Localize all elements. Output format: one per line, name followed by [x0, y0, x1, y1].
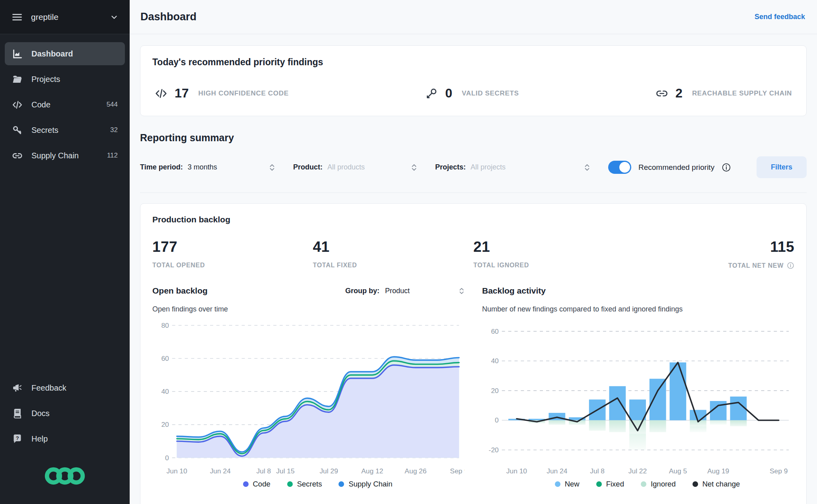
svg-text:Jul 22: Jul 22: [628, 467, 647, 475]
page-title: Dashboard: [140, 11, 196, 23]
svg-text:60: 60: [491, 327, 498, 335]
legend-item-secrets: Secrets: [287, 480, 322, 488]
info-icon[interactable]: [787, 262, 794, 269]
sidebar-footer-nav: Feedback Docs ? Help: [0, 376, 130, 450]
key-icon: [12, 125, 23, 136]
svg-text:Jul 29: Jul 29: [319, 467, 338, 475]
legend-item-supply-chain: Supply Chain: [338, 480, 392, 488]
info-icon[interactable]: [722, 163, 731, 172]
chevron-down-icon[interactable]: [110, 13, 119, 21]
dashboard-content: Today's recommended priority findings 17…: [130, 34, 817, 504]
sidebar-item-label: Projects: [31, 75, 60, 84]
legend-item-code: Code: [243, 480, 270, 488]
code-icon: [12, 99, 23, 110]
stat-value: 0: [445, 86, 452, 101]
projects-value: All projects: [471, 163, 506, 171]
svg-text:-20: -20: [489, 446, 499, 454]
legend-label: Fixed: [606, 480, 624, 488]
key-stat-icon: [425, 87, 438, 100]
priority-stats-row: 17 HIGH CONFIDENCE CODE 0 VALID SECRETS: [152, 86, 794, 101]
sidebar-item-label: Docs: [31, 409, 50, 418]
svg-text:Jun 10: Jun 10: [506, 467, 527, 475]
projects-label: Projects:: [435, 163, 466, 171]
send-feedback-link[interactable]: Send feedback: [755, 13, 805, 21]
workspace-switcher[interactable]: greptile: [0, 0, 130, 34]
reachable-supply-chain-stat: 2 REACHABLE SUPPLY CHAIN: [656, 86, 792, 101]
legend-dot: [555, 481, 560, 487]
legend-item-new: New: [555, 480, 580, 488]
sidebar-spacer: [0, 167, 130, 376]
stat-label: VALID SECRETS: [462, 90, 519, 97]
stat-label: TOTAL FIXED: [313, 262, 357, 269]
supply-chain-count-badge: 112: [107, 152, 118, 160]
high-confidence-code-stat: 17 HIGH CONFIDENCE CODE: [155, 86, 289, 101]
sidebar-item-secrets[interactable]: Secrets 32: [5, 119, 125, 142]
time-period-select[interactable]: Time period: 3 months: [140, 163, 275, 172]
toggle-knob: [619, 162, 630, 173]
recommended-priority-control: Recommended priority: [608, 161, 731, 174]
svg-text:Aug 5: Aug 5: [669, 467, 687, 475]
sidebar-item-label: Code: [31, 100, 51, 109]
select-chevrons-icon: [584, 163, 590, 172]
sidebar-item-code[interactable]: Code 544: [5, 93, 125, 116]
priority-findings-card: Today's recommended priority findings 17…: [140, 45, 807, 116]
total-ignored-stat: 21 TOTAL IGNORED: [473, 239, 634, 269]
sidebar-item-label: Feedback: [31, 383, 66, 393]
legend-label: Secrets: [297, 480, 322, 488]
svg-text:?: ?: [16, 435, 19, 441]
group-by-select[interactable]: Group by: Product: [345, 287, 465, 295]
open-backlog-section: Open backlog Group by: Product Open find…: [152, 286, 465, 488]
stat-label: TOTAL NET NEW: [728, 262, 784, 269]
backlog-card-title: Production backlog: [152, 215, 794, 224]
legend-dot: [243, 481, 249, 487]
help-bubble-icon: ?: [12, 434, 23, 444]
section-divider: [140, 193, 807, 193]
stat-value: 177: [152, 239, 313, 255]
sidebar-item-docs[interactable]: Docs: [5, 402, 125, 425]
product-select[interactable]: Product: All products: [293, 163, 417, 172]
greptile-logo: [0, 450, 130, 504]
sidebar-item-dashboard[interactable]: Dashboard: [5, 42, 125, 65]
sidebar-item-supply-chain[interactable]: Supply Chain 112: [5, 144, 125, 167]
svg-text:Sep 9: Sep 9: [450, 467, 465, 475]
sidebar-item-projects[interactable]: Projects: [5, 68, 125, 91]
book-icon: [12, 408, 23, 419]
stat-label: TOTAL IGNORED: [473, 262, 529, 269]
svg-text:60: 60: [161, 354, 169, 362]
legend-dot: [641, 481, 646, 487]
hamburger-menu-icon[interactable]: [11, 11, 23, 23]
svg-text:0: 0: [495, 416, 499, 424]
open-backlog-title: Open backlog: [152, 286, 208, 296]
recommended-priority-toggle[interactable]: [608, 161, 631, 174]
sidebar-item-feedback[interactable]: Feedback: [5, 376, 125, 399]
svg-text:Aug 12: Aug 12: [361, 467, 383, 475]
stat-value: 21: [473, 239, 634, 255]
projects-select[interactable]: Projects: All projects: [435, 163, 590, 172]
product-label: Product:: [293, 163, 323, 171]
stat-label: REACHABLE SUPPLY CHAIN: [692, 90, 792, 97]
report-filter-row: Time period: 3 months Product: All produ…: [140, 156, 807, 178]
total-fixed-stat: 41 TOTAL FIXED: [313, 239, 474, 269]
group-by-value: Product: [385, 287, 410, 295]
backlog-activity-chart: -200204060Jun 10Jun 24Jul 8Jul 22Aug 5Au…: [482, 318, 794, 478]
backlog-activity-section: Backlog activity Number of new findings …: [482, 286, 794, 488]
svg-text:Jun 24: Jun 24: [210, 467, 231, 475]
recommended-priority-label: Recommended priority: [638, 163, 714, 172]
sidebar-item-help[interactable]: ? Help: [5, 427, 125, 450]
time-period-value: 3 months: [188, 163, 217, 171]
reporting-summary-title: Reporting summary: [140, 132, 807, 144]
svg-text:Sep 9: Sep 9: [770, 467, 788, 475]
link-stat-icon: [656, 87, 668, 100]
main-area: Dashboard Send feedback Today's recommen…: [130, 0, 817, 504]
top-bar: Dashboard Send feedback: [130, 0, 817, 34]
sidebar: greptile Dashboard Projects: [0, 0, 130, 504]
filters-button[interactable]: Filters: [757, 156, 807, 178]
legend-dot: [693, 481, 698, 487]
megaphone-icon: [12, 383, 23, 393]
legend-label: Net change: [702, 480, 740, 488]
total-opened-stat: 177 TOTAL OPENED: [152, 239, 313, 269]
code-stat-icon: [155, 87, 167, 100]
svg-text:0: 0: [165, 454, 169, 462]
backlog-activity-title: Backlog activity: [482, 286, 546, 296]
select-chevrons-icon: [269, 163, 275, 172]
